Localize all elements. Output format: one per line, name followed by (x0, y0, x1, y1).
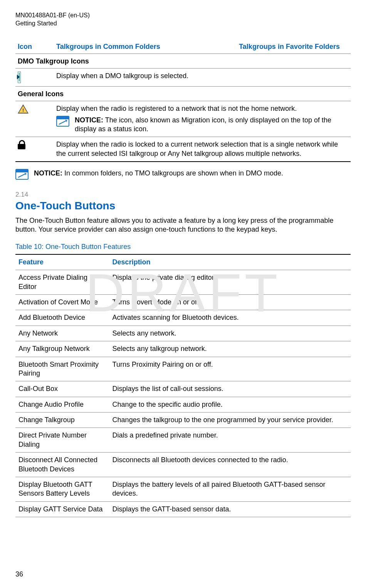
description-cell: Change to the specific audio profile. (109, 397, 351, 412)
icon-table-header-favorite: Talkgroups in Favorite Folders (237, 39, 351, 54)
doc-id: MN001488A01-BF (en-US) (15, 12, 351, 20)
notice-after-table-text: In common folders, no TMO talkgroups are… (62, 169, 283, 177)
notice-label: NOTICE: (34, 169, 62, 177)
notice-after-table: NOTICE: In common folders, no TMO talkgr… (34, 169, 351, 178)
feature-table-header-feature: Feature (15, 254, 109, 270)
description-cell: Displays the private dialing editor. (109, 270, 351, 295)
table-row: Any NetworkSelects any network. (15, 326, 351, 341)
description-cell: Activates scanning for Bluetooth devices… (109, 310, 351, 326)
description-cell: Turns Proximity Pairing on or off. (109, 357, 351, 381)
feature-cell: Direct Private Number Dialing (15, 428, 109, 453)
feature-cell: Any Talkgroup Network (15, 341, 109, 357)
description-cell: Dials a predefined private number. (109, 428, 351, 453)
notice-icon (56, 116, 69, 127)
feature-table-header-description: Description (109, 254, 351, 270)
feature-cell: Change Talkgroup (15, 413, 109, 428)
page-number: 36 (15, 570, 23, 579)
table-row: Bluetooth Smart Proximity PairingTurns P… (15, 357, 351, 381)
description-cell: Turns Covert Mode on or off. (109, 294, 351, 310)
lock-icon (15, 137, 54, 162)
description-cell: Changes the talkgroup to the one program… (109, 413, 351, 428)
description-cell: Disconnects all Bluetooth devices connec… (109, 453, 351, 477)
table-row: Access Private Dialing EditorDisplays th… (15, 270, 351, 295)
description-cell: Selects any talkgroup network. (109, 341, 351, 357)
description-cell: Selects any network. (109, 326, 351, 341)
feature-cell: Disconnect All Connected Bluetooth Devic… (15, 453, 109, 477)
description-cell: Displays the battery levels of all paire… (109, 477, 351, 502)
section-intro: The One-Touch Button feature allows you … (15, 216, 351, 234)
feature-table: Feature Description Access Private Diali… (15, 254, 351, 517)
feature-cell: Any Network (15, 326, 109, 341)
migration-icon: ! (15, 101, 54, 137)
feature-cell: Change Audio Profile (15, 397, 109, 412)
lock-desc: Display when the radio is locked to a cu… (54, 137, 351, 162)
description-cell: Displays the list of call-out sessions. (109, 381, 351, 397)
dmo-selected-icon (15, 68, 54, 86)
section-title: One-Touch Buttons (15, 199, 351, 213)
feature-cell: Access Private Dialing Editor (15, 270, 109, 295)
feature-cell: Display GATT Service Data (15, 501, 109, 517)
notice-label: NOTICE: (75, 116, 103, 124)
section-number: 2.14 (15, 190, 351, 199)
doc-chapter: Getting Started (15, 20, 351, 28)
icon-table-header-icon: Icon (15, 39, 54, 54)
table-row: Change Audio ProfileChange to the specif… (15, 397, 351, 412)
description-cell: Displays the GATT-based sensor data. (109, 501, 351, 517)
icon-table-section-dmo: DMO Talkgroup Icons (15, 53, 351, 68)
feature-table-caption: Table 10: One-Touch Button Features (15, 242, 351, 251)
table-row: Activation of Covert ModeTurns Covert Mo… (15, 294, 351, 310)
table-row: Add Bluetooth DeviceActivates scanning f… (15, 310, 351, 326)
doc-meta: MN001488A01-BF (en-US) Getting Started (15, 12, 351, 28)
migration-notice: NOTICE: The icon, also known as Migratio… (75, 116, 348, 134)
table-row: Disconnect All Connected Bluetooth Devic… (15, 453, 351, 477)
migration-notice-text: The icon, also known as Migration icon, … (75, 116, 331, 133)
table-row: Any Talkgroup NetworkSelects any talkgro… (15, 341, 351, 357)
icon-table: Icon Talkgroups in Common Folders Talkgr… (15, 39, 351, 162)
table-row: Change TalkgroupChanges the talkgroup to… (15, 413, 351, 428)
icon-table-header-common: Talkgroups in Common Folders (54, 39, 237, 54)
migration-desc: Display when the radio is registered to … (56, 104, 348, 113)
svg-rect-3 (16, 169, 28, 172)
migration-cell: Display when the radio is registered to … (54, 101, 351, 137)
svg-rect-1 (57, 116, 69, 119)
icon-table-section-general: General Icons (15, 86, 351, 101)
table-row: Display Bluetooth GATT Sensors Battery L… (15, 477, 351, 502)
notice-icon (15, 169, 29, 180)
feature-cell: Call-Out Box (15, 381, 109, 397)
table-row: Call-Out BoxDisplays the list of call-ou… (15, 381, 351, 397)
feature-cell: Bluetooth Smart Proximity Pairing (15, 357, 109, 381)
feature-cell: Add Bluetooth Device (15, 310, 109, 326)
table-row: Direct Private Number DialingDials a pre… (15, 428, 351, 453)
table-row: Display GATT Service DataDisplays the GA… (15, 501, 351, 517)
feature-cell: Activation of Covert Mode (15, 294, 109, 310)
dmo-selected-desc: Display when a DMO talkgroup is selected… (54, 68, 351, 86)
feature-cell: Display Bluetooth GATT Sensors Battery L… (15, 477, 109, 502)
